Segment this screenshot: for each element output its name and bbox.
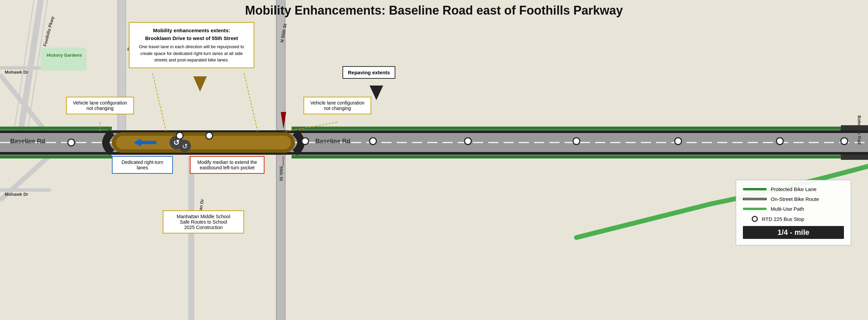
mohawk-dr-top-label: Mohawk Dr [5, 70, 28, 75]
main-callout-body: One travel lane in each direction will b… [134, 43, 249, 63]
rtd-bus-stop-label: RTD 225 Bus Stop [762, 216, 804, 222]
map-container: ↺ ↺ [0, 0, 868, 320]
svg-rect-10 [276, 0, 277, 320]
main-callout-title: Mobility enhancements extents:Brooklawn … [134, 27, 249, 42]
bobolink-trail-label: Bobolink Trail [857, 115, 862, 145]
school-box: Manhattan Middle School Safe Routes to S… [163, 210, 244, 233]
protected-bike-lane-icon [743, 188, 767, 190]
hickory-gardens-label: Hickory Gardens [41, 53, 87, 58]
svg-point-33 [68, 139, 75, 146]
svg-point-39 [573, 138, 580, 145]
svg-point-38 [465, 138, 471, 145]
svg-rect-9 [277, 0, 285, 320]
scale-bar: 1/4 - mile [743, 226, 844, 239]
svg-point-34 [176, 132, 183, 139]
svg-text:↺: ↺ [173, 138, 179, 147]
repaving-extents-box: Repaving extents [342, 66, 395, 79]
55th-st-label: 55th St [279, 166, 284, 181]
svg-point-42 [841, 138, 848, 145]
baseline-rd-right-label: Baseline Rd [315, 138, 350, 145]
legend-item-multi-use: Multi-Use Path [743, 206, 844, 212]
main-callout-box: Mobility enhancements extents:Brooklawn … [129, 22, 254, 68]
protected-bike-lane-label: Protected Bike Lane [771, 186, 816, 192]
dedicated-right-turn-box: Dedicated right-turn lanes [112, 156, 173, 174]
multi-use-path-label: Multi-Use Path [771, 206, 804, 212]
on-street-bike-route-icon [743, 198, 767, 200]
svg-text:↺: ↺ [182, 143, 188, 150]
multi-use-path-icon [743, 208, 767, 210]
svg-point-36 [302, 138, 309, 145]
on-street-bike-route-label: On-Street Bike Route [771, 196, 819, 202]
svg-point-40 [675, 138, 682, 145]
legend: Protected Bike Lane On-Street Bike Route… [736, 180, 851, 245]
modify-median-box: Modify median to extend the eastbound le… [190, 156, 264, 174]
rtd-bus-stop-icon [752, 216, 758, 222]
vehicle-lane-config-left-box: Vehicle lane configuration not changing [66, 97, 134, 114]
svg-rect-11 [285, 0, 285, 320]
legend-item-on-street: On-Street Bike Route [743, 196, 844, 202]
vehicle-lane-config-right-box: Vehicle lane configuration not changing [303, 97, 371, 114]
svg-point-37 [370, 138, 376, 145]
legend-item-bus-stop: RTD 225 Bus Stop [743, 216, 844, 222]
legend-item-protected-bike: Protected Bike Lane [743, 186, 844, 192]
svg-point-35 [206, 132, 213, 139]
page-title: Mobility Enhancements: Baseline Road eas… [245, 3, 623, 18]
mohawk-dr-bottom-label: Mohawk Dr [5, 192, 28, 197]
svg-point-41 [776, 138, 783, 145]
baseline-rd-left-label: Baseline Rd [10, 138, 45, 145]
svg-rect-25 [41, 48, 86, 71]
svg-rect-12 [188, 156, 194, 320]
